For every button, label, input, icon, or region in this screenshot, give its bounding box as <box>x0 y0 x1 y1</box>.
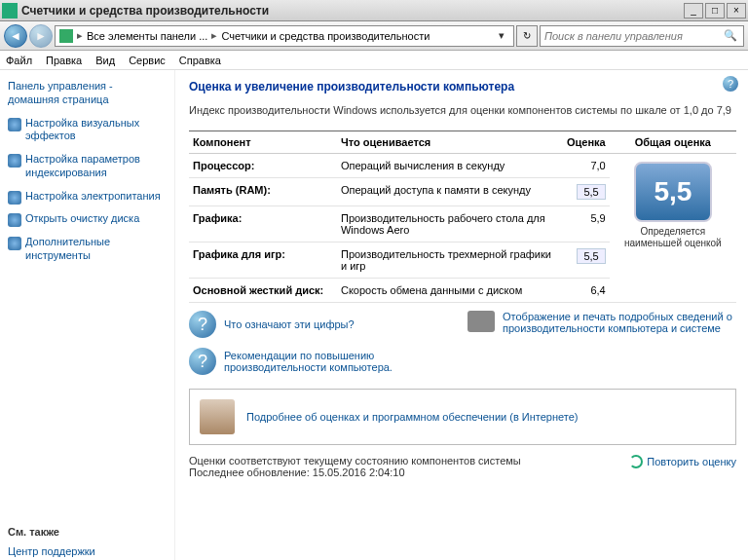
page-description: Индекс производительности Windows исполь… <box>189 103 736 117</box>
overall-caption: Определяется наименьшей оценкой <box>614 226 732 249</box>
sidebar-link-3[interactable]: Открыть очистку диска <box>25 212 139 226</box>
search-icon[interactable]: 🔍 <box>722 27 739 45</box>
refresh-button[interactable]: ↻ <box>516 25 538 47</box>
cell-component: Графика для игр: <box>189 243 337 279</box>
sidebar-link-icon <box>8 213 21 227</box>
link-more-info[interactable]: Подробнее об оценках и программном обесп… <box>246 411 578 423</box>
cell-score: 5,5 <box>559 178 610 206</box>
menu-edit[interactable]: Правка <box>46 55 82 66</box>
cell-what: Производительность трехмерной графики и … <box>337 243 559 279</box>
overall-score-badge: 5,5 <box>634 162 712 222</box>
window-title: Счетчики и средства производительности <box>21 4 682 18</box>
sidebar-link-icon <box>8 154 21 168</box>
cell-component: Память (RAM): <box>189 178 337 206</box>
nav-bar: ◄ ► ▸ Все элементы панели ... ▸ Счетчики… <box>0 21 748 51</box>
cell-component: Основной жесткий диск: <box>189 279 337 303</box>
cell-score: 5,5 <box>559 243 610 279</box>
chevron-right-icon: ▸ <box>77 29 83 42</box>
sidebar-link-icon <box>8 118 21 131</box>
table-row: Процессор:Операций вычисления в секунду7… <box>189 154 736 178</box>
sidebar-link-icon <box>8 237 21 250</box>
page-heading: Оценка и увеличение производительности к… <box>189 80 736 93</box>
maximize-button[interactable]: □ <box>705 3 725 19</box>
rating-table: Компонент Что оценивается Оценка Общая о… <box>189 131 736 303</box>
sidebar-link-2[interactable]: Настройка электропитания <box>25 190 161 204</box>
close-button[interactable]: × <box>727 3 746 19</box>
sidebar-link-1[interactable]: Настройка параметров индексирования <box>25 153 167 180</box>
cell-score: 5,9 <box>559 206 610 243</box>
rerun-label: Повторить оценку <box>647 456 736 467</box>
help-link-row: ? Что означают эти цифры? ? Рекомендации… <box>189 311 736 375</box>
question-icon: ? <box>189 348 216 375</box>
more-info-box: Подробнее об оценках и программном обесп… <box>189 389 736 445</box>
cell-score: 6,4 <box>559 279 610 303</box>
cell-what: Производительность рабочего стола для Wi… <box>337 206 559 243</box>
breadcrumb-part1[interactable]: Все элементы панели ... <box>87 30 207 42</box>
sidebar-link-4[interactable]: Дополнительные инструменты <box>25 236 167 263</box>
help-icon[interactable]: ? <box>723 76 738 92</box>
main-pane: ? Оценка и увеличение производительности… <box>175 70 748 560</box>
sidebar: Панель управления - домашняя страница На… <box>0 70 175 560</box>
app-icon <box>2 3 18 19</box>
control-panel-icon <box>59 29 73 43</box>
col-score: Оценка <box>559 131 610 154</box>
content: Панель управления - домашняя страница На… <box>0 70 748 560</box>
minimize-button[interactable]: _ <box>684 3 703 19</box>
menu-help[interactable]: Справка <box>179 55 221 66</box>
cell-what: Скорость обмена данными с диском <box>337 279 559 303</box>
refresh-icon <box>629 455 643 468</box>
printer-icon <box>468 311 495 332</box>
search-box[interactable]: 🔍 <box>540 25 744 47</box>
link-print-details[interactable]: Отображение и печать подробных сведений … <box>503 311 736 334</box>
status-line2: Последнее обновление: 15.05.2016 2:04:10 <box>189 467 521 478</box>
address-bar[interactable]: ▸ Все элементы панели ... ▸ Счетчики и с… <box>55 25 514 47</box>
overall-score-cell: 5,5Определяется наименьшей оценкой <box>610 154 736 303</box>
address-dropdown[interactable]: ▾ <box>494 29 509 42</box>
search-input[interactable] <box>544 30 722 42</box>
col-overall: Общая оценка <box>610 131 736 154</box>
see-also-header: См. также <box>8 526 167 538</box>
menu-bar: Файл Правка Вид Сервис Справка <box>0 51 748 70</box>
status-area: Оценки соответствуют текущему состоянию … <box>189 455 736 478</box>
status-line1: Оценки соответствуют текущему состоянию … <box>189 455 521 467</box>
cell-score: 7,0 <box>559 154 610 178</box>
question-icon: ? <box>189 311 216 338</box>
menu-file[interactable]: Файл <box>6 55 32 66</box>
cell-component: Процессор: <box>189 154 337 178</box>
sidebar-see-also[interactable]: Центр поддержки <box>8 545 167 559</box>
link-what-numbers[interactable]: Что означают эти цифры? <box>224 318 355 330</box>
title-bar: Счетчики и средства производительности _… <box>0 0 748 21</box>
cell-what: Операций вычисления в секунду <box>337 154 559 178</box>
menu-service[interactable]: Сервис <box>129 55 166 66</box>
chevron-right-icon: ▸ <box>211 29 217 42</box>
col-component: Компонент <box>189 131 337 154</box>
sidebar-link-0[interactable]: Настройка визуальных эффектов <box>25 117 167 144</box>
forward-button[interactable]: ► <box>29 24 53 48</box>
cell-component: Графика: <box>189 206 337 243</box>
back-button[interactable]: ◄ <box>4 24 27 48</box>
menu-view[interactable]: Вид <box>95 55 115 66</box>
sidebar-link-icon <box>8 191 21 205</box>
cell-what: Операций доступа к памяти в секунду <box>337 178 559 206</box>
breadcrumb-part2[interactable]: Счетчики и средства производительности <box>221 30 430 42</box>
col-what: Что оценивается <box>337 131 559 154</box>
rerun-assessment-link[interactable]: Повторить оценку <box>629 455 736 468</box>
sidebar-home[interactable]: Панель управления - домашняя страница <box>8 80 167 107</box>
link-tips[interactable]: Рекомендации по повышению производительн… <box>224 350 458 373</box>
software-box-icon <box>200 399 235 434</box>
